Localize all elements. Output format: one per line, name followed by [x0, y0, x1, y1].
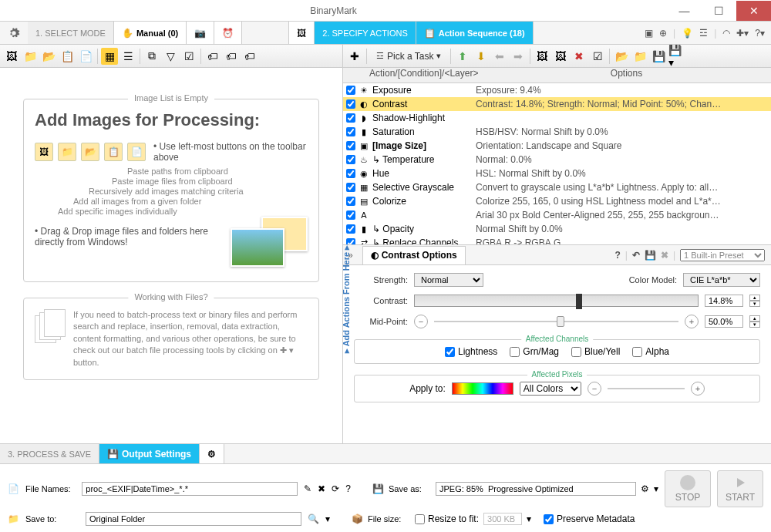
move-up-icon[interactable]: ⬆	[454, 48, 471, 65]
midpoint-minus[interactable]: −	[414, 315, 428, 328]
action-row[interactable]: ▮ ↳ Opacity Normal Shift by 0.0%	[343, 222, 771, 236]
add-recursive-icon[interactable]: 📂	[40, 48, 57, 65]
action-remove-icon[interactable]: 🖼	[552, 48, 569, 65]
help-icon[interactable]: ?▾	[755, 28, 765, 39]
stop-button[interactable]: STOP	[665, 470, 711, 507]
start-button[interactable]: START	[717, 470, 763, 507]
plus-icon[interactable]: ✚▾	[736, 28, 749, 39]
action-row[interactable]: ♨ ↳ Temperature Normal: 0.0%	[343, 153, 771, 167]
tag1-icon[interactable]: 🏷	[204, 48, 221, 65]
reset-icon[interactable]: ↶	[632, 250, 640, 261]
action-checkbox[interactable]	[346, 127, 355, 136]
filenames-clear-icon[interactable]: ✖	[318, 483, 325, 494]
midpoint-plus[interactable]: +	[685, 315, 699, 328]
resize-checkbox[interactable]: Resize to fit:	[415, 513, 479, 524]
paste-path-icon[interactable]: 📄	[77, 48, 94, 65]
ch-blue[interactable]: Blue/Yell	[571, 346, 620, 357]
saveto-search-icon[interactable]: 🔍	[308, 513, 319, 524]
action-row[interactable]: ▮ Saturation HSB/HSV: Normal Shift by 0.…	[343, 125, 771, 139]
saveas-dd-icon[interactable]: ▾	[654, 483, 658, 494]
apply-to-select[interactable]: All Colors	[520, 382, 581, 396]
action-list[interactable]: ☀ Exposure Exposure: 9.4% ◐ Contrast Con…	[343, 83, 771, 245]
action-select-icon[interactable]: ☑	[589, 48, 606, 65]
midpoint-thumb[interactable]	[557, 316, 564, 327]
ch-grn[interactable]: Grn/Mag	[510, 346, 559, 357]
add-action-icon[interactable]: ✚	[346, 48, 363, 65]
action-row[interactable]: ◐ Contrast Contrast: 14.8%; Strength: No…	[343, 97, 771, 111]
view-grid-icon[interactable]: ▦	[101, 48, 118, 65]
close-button[interactable]: ✕	[736, 1, 771, 21]
filenames-edit-icon[interactable]: ✎	[304, 483, 311, 494]
add-folder-icon[interactable]: 📁	[22, 48, 39, 65]
target-icon[interactable]: ⊕	[659, 28, 667, 39]
saveas-icon[interactable]: 💾▾	[668, 48, 685, 65]
contrast-slider[interactable]	[414, 295, 699, 307]
ch-lightness[interactable]: Lightness	[445, 346, 497, 357]
resize-value[interactable]	[483, 513, 522, 525]
range-minus[interactable]: −	[588, 382, 601, 396]
bulb-icon[interactable]: 💡	[682, 28, 693, 39]
copy-icon[interactable]: ⧉	[143, 48, 160, 65]
filenames-revert-icon[interactable]: ⟳	[332, 483, 339, 494]
contrast-value[interactable]	[705, 295, 743, 307]
tag3-icon[interactable]: 🏷	[241, 48, 258, 65]
action-checkbox[interactable]	[346, 224, 355, 234]
filter-icon[interactable]: ▽	[162, 48, 179, 65]
filenames-input[interactable]	[82, 482, 298, 496]
redo-icon[interactable]: ➡	[510, 48, 527, 65]
action-clear-icon[interactable]: ✖	[571, 48, 588, 65]
action-checkbox[interactable]	[346, 183, 355, 192]
saveas-input[interactable]	[436, 482, 636, 496]
move-down-icon[interactable]: ⬇	[473, 48, 490, 65]
action-add-icon[interactable]: 🖼	[534, 48, 550, 65]
wifi-icon[interactable]: ◠	[722, 28, 730, 39]
action-row[interactable]: A Arial 30 px Bold Center-Aligned 255, 2…	[343, 208, 771, 222]
filenames-help-icon[interactable]: ?	[345, 483, 351, 494]
tab-image[interactable]: 🖼	[288, 22, 315, 44]
gear-icon[interactable]	[0, 22, 28, 44]
midpoint-spinner[interactable]: ▴▾	[749, 315, 760, 328]
tag2-icon[interactable]: 🏷	[223, 48, 240, 65]
paste-image-icon[interactable]: 📋	[59, 48, 76, 65]
maximize-button[interactable]: ☐	[702, 1, 736, 21]
window-icon[interactable]: ▣	[645, 28, 653, 39]
tab-settings[interactable]: ⚙	[200, 444, 224, 463]
colormodel-select[interactable]: CIE L*a*b*	[683, 273, 760, 287]
action-row[interactable]: ⇄ ↳ Replace Channels RGBA.R -> RGBA.G	[343, 236, 771, 245]
help-opt-icon[interactable]: ?	[614, 250, 620, 261]
saveto-input[interactable]	[86, 512, 301, 526]
pick-task-button[interactable]: ☲ Pick a Task ▾	[370, 51, 447, 62]
action-row[interactable]: ◉ Hue HSL: Normal Shift by 0.0%	[343, 167, 771, 180]
save-preset-icon[interactable]: 💾	[645, 250, 656, 261]
view-list-icon[interactable]: ☰	[120, 48, 136, 65]
minimize-button[interactable]: —	[667, 1, 702, 21]
tab-clock[interactable]: ⏰	[214, 22, 242, 44]
action-row[interactable]: ▦ Selective Grayscale Convert to graysca…	[343, 180, 771, 194]
midpoint-value[interactable]	[705, 315, 743, 328]
action-checkbox[interactable]	[346, 155, 355, 164]
check-icon[interactable]: ☑	[180, 48, 197, 65]
delete-preset-icon[interactable]: ✖	[661, 250, 668, 261]
resize-dd-icon[interactable]: ▾	[527, 513, 531, 524]
range-plus[interactable]: +	[691, 382, 705, 396]
checklist-icon[interactable]: ☲	[699, 28, 708, 39]
preserve-checkbox[interactable]: Preserve Metadata	[544, 513, 635, 524]
action-checkbox[interactable]	[346, 238, 355, 245]
action-checkbox[interactable]	[346, 169, 355, 178]
contrast-spinner[interactable]: ▴▾	[749, 295, 760, 307]
strength-select[interactable]: Normal	[414, 273, 483, 287]
options-tab[interactable]: ◐ Contrast Options	[362, 246, 466, 264]
action-checkbox[interactable]	[346, 210, 355, 220]
tab-manual[interactable]: ✋ Manual (0)	[114, 22, 187, 44]
save-icon[interactable]: 💾	[650, 48, 667, 65]
action-row[interactable]: ☀ Exposure Exposure: 9.4%	[343, 83, 771, 97]
action-row[interactable]: ◗ Shadow-Highlight	[343, 111, 771, 125]
action-checkbox[interactable]	[346, 113, 355, 123]
recent-icon[interactable]: 📁	[631, 48, 648, 65]
add-image-icon[interactable]: 🖼	[3, 48, 20, 65]
saveas-gear-icon[interactable]: ⚙	[641, 483, 649, 494]
ch-alpha[interactable]: Alpha	[632, 346, 669, 357]
action-checkbox[interactable]	[346, 141, 355, 150]
tab-action-sequence[interactable]: 📋 Action Sequence (18)	[416, 22, 534, 44]
action-checkbox[interactable]	[346, 86, 355, 95]
